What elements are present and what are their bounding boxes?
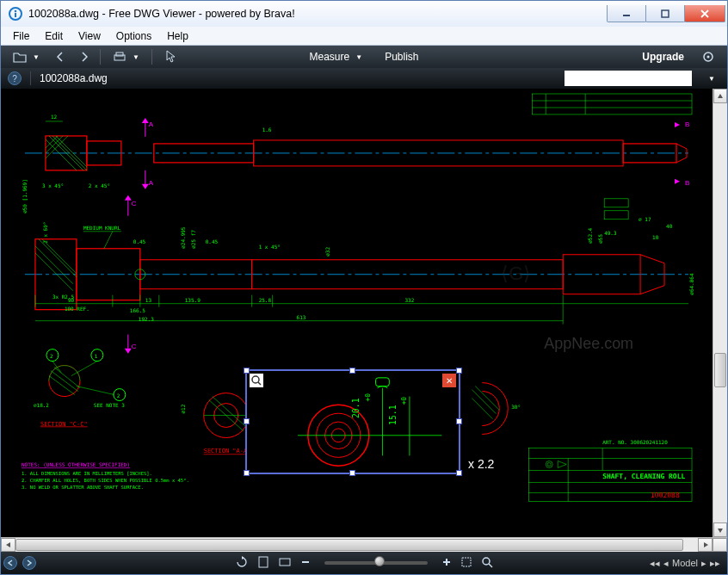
open-button[interactable]: ▼ bbox=[8, 49, 45, 65]
scroll-thumb[interactable] bbox=[15, 539, 683, 551]
magnifier-zoom-label: x 2.2 bbox=[468, 457, 494, 471]
maximize-button[interactable] bbox=[645, 5, 685, 22]
zoom-in-button[interactable] bbox=[441, 557, 452, 570]
document-bar: ? 1002088a.dwg ▼ bbox=[1, 68, 727, 89]
svg-rect-2 bbox=[15, 13, 16, 17]
svg-text:2: 2 bbox=[50, 353, 53, 359]
svg-text:⌀24.995: ⌀24.995 bbox=[180, 226, 186, 249]
menubar: File Edit View Options Help bbox=[1, 27, 727, 46]
search-input[interactable] bbox=[565, 71, 692, 86]
close-button[interactable] bbox=[684, 5, 725, 22]
scroll-left-button[interactable] bbox=[1, 538, 15, 552]
svg-text:C: C bbox=[132, 343, 137, 350]
canvas-row: A A B B 12 1.6 3 x 45° 2 x 45° bbox=[1, 89, 727, 537]
menu-view[interactable]: View bbox=[71, 28, 108, 44]
zoom-slider-knob[interactable] bbox=[374, 556, 385, 566]
magnifier-close-button[interactable]: ✕ bbox=[442, 374, 456, 387]
nav-back-button[interactable] bbox=[52, 50, 69, 64]
svg-text:A: A bbox=[149, 179, 154, 187]
zoom-region-button[interactable] bbox=[460, 556, 472, 571]
svg-rect-123 bbox=[376, 378, 390, 386]
upgrade-button[interactable]: Upgrade bbox=[637, 49, 689, 65]
svg-text:+0: +0 bbox=[364, 393, 372, 402]
svg-text:1 x 45°: 1 x 45° bbox=[259, 244, 281, 250]
window-title: 1002088a.dwg - Free DWG Viewer - powered… bbox=[28, 8, 608, 20]
svg-point-111 bbox=[547, 462, 551, 466]
app-icon bbox=[8, 6, 23, 22]
magnifier-toggle-button[interactable] bbox=[481, 556, 493, 571]
svg-text:A: A bbox=[149, 121, 154, 128]
svg-text:192.3: 192.3 bbox=[139, 316, 154, 322]
layout-prev-button[interactable]: ◂ bbox=[663, 558, 669, 569]
svg-point-136 bbox=[483, 558, 490, 565]
resize-handle[interactable] bbox=[456, 470, 462, 476]
svg-rect-57 bbox=[604, 199, 628, 207]
scroll-down-button[interactable] bbox=[713, 522, 727, 537]
titlebar: 1002088a.dwg - Free DWG Viewer - powered… bbox=[1, 1, 727, 27]
search-dropdown[interactable]: ▼ bbox=[700, 73, 720, 84]
layout-last-button[interactable]: ▸▸ bbox=[710, 558, 720, 569]
minimize-button[interactable] bbox=[607, 5, 646, 22]
zoom-out-button[interactable] bbox=[300, 557, 311, 570]
menu-file[interactable]: File bbox=[6, 28, 36, 44]
magnifier-window[interactable]: 20.1 15.1 +0 +0 ✕ bbox=[245, 369, 460, 474]
svg-text:⌀25 f7: ⌀25 f7 bbox=[190, 230, 196, 249]
resize-handle[interactable] bbox=[349, 368, 355, 374]
menu-edit[interactable]: Edit bbox=[38, 28, 70, 44]
fit-width-button[interactable] bbox=[278, 556, 292, 571]
zoom-slider[interactable] bbox=[324, 561, 428, 565]
svg-text:20.1: 20.1 bbox=[351, 398, 361, 418]
svg-text:166.5: 166.5 bbox=[130, 307, 145, 313]
help-icon[interactable]: ? bbox=[8, 71, 22, 85]
svg-text:13: 13 bbox=[145, 297, 152, 303]
svg-text:3.  NO WELD OR SPLATTER ABOVE : 3. NO WELD OR SPLATTER ABOVE SHAFT SURFA… bbox=[22, 485, 144, 490]
scroll-thumb[interactable] bbox=[714, 353, 726, 387]
menu-options[interactable]: Options bbox=[109, 28, 158, 44]
svg-text:49.3: 49.3 bbox=[604, 230, 617, 236]
svg-text:2: 2 bbox=[117, 393, 120, 399]
svg-point-8 bbox=[707, 56, 710, 59]
svg-point-128 bbox=[252, 376, 259, 383]
scroll-track[interactable] bbox=[15, 538, 698, 552]
drawing-canvas[interactable]: A A B B 12 1.6 3 x 45° 2 x 45° bbox=[1, 89, 713, 537]
svg-text:3x R2.5: 3x R2.5 bbox=[52, 294, 75, 300]
publish-button[interactable]: Publish bbox=[379, 49, 423, 65]
svg-text:⌀64.864: ⌀64.864 bbox=[688, 273, 694, 295]
svg-text:15.1: 15.1 bbox=[388, 405, 398, 425]
resize-handle[interactable] bbox=[244, 470, 250, 476]
menu-help[interactable]: Help bbox=[160, 28, 195, 44]
vertical-scrollbar[interactable] bbox=[713, 89, 727, 537]
resize-handle[interactable] bbox=[456, 368, 462, 374]
svg-rect-135 bbox=[462, 558, 471, 566]
rotate-button[interactable] bbox=[235, 555, 249, 572]
pointer-button[interactable] bbox=[159, 48, 182, 65]
resize-handle[interactable] bbox=[456, 418, 462, 424]
svg-text:40: 40 bbox=[666, 223, 673, 229]
bottom-toolbar: ◂◂ ◂ Model ▸ ▸▸ bbox=[1, 552, 727, 574]
svg-text:ART. NO. 300620241120: ART. NO. 300620241120 bbox=[602, 439, 668, 445]
svg-text:C: C bbox=[132, 200, 137, 207]
horizontal-scrollbar[interactable] bbox=[1, 537, 727, 552]
resize-handle[interactable] bbox=[244, 368, 250, 374]
scroll-up-button[interactable] bbox=[713, 89, 727, 103]
scroll-right-button[interactable] bbox=[698, 538, 713, 552]
print-button[interactable]: ▼ bbox=[108, 49, 145, 65]
svg-text:1002088: 1002088 bbox=[651, 492, 680, 499]
scroll-track[interactable] bbox=[713, 103, 727, 522]
svg-text:SHAFT, CLEANING ROLL: SHAFT, CLEANING ROLL bbox=[602, 473, 685, 480]
svg-text:12: 12 bbox=[51, 114, 58, 120]
page-next-button[interactable] bbox=[22, 556, 36, 570]
magnifier-zoom-icon[interactable] bbox=[250, 374, 263, 387]
nav-forward-button[interactable] bbox=[76, 50, 93, 64]
svg-text:B: B bbox=[685, 179, 689, 187]
svg-line-89 bbox=[71, 362, 97, 376]
page-prev-button[interactable] bbox=[3, 556, 17, 570]
resize-handle[interactable] bbox=[244, 418, 250, 424]
layout-tab-model[interactable]: Model bbox=[672, 558, 698, 568]
fit-page-button[interactable] bbox=[257, 555, 269, 572]
measure-button[interactable]: Measure▼ bbox=[305, 49, 368, 65]
resize-handle[interactable] bbox=[349, 470, 355, 476]
layout-next-button[interactable]: ▸ bbox=[701, 558, 706, 569]
layout-first-button[interactable]: ◂◂ bbox=[650, 558, 660, 569]
settings-gear-icon[interactable] bbox=[696, 48, 720, 65]
